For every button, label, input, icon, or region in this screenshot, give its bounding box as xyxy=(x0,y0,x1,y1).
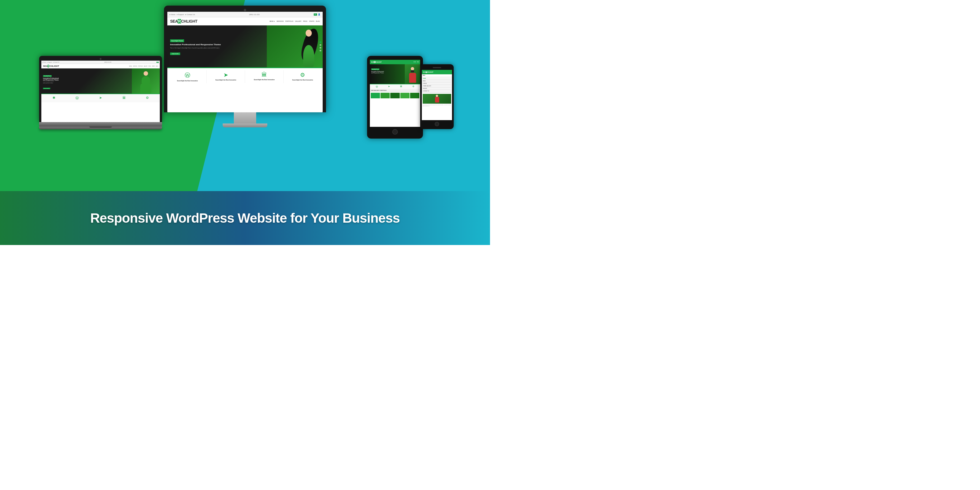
laptop-nav-portfolio[interactable]: PORTFOLIO xyxy=(138,66,143,67)
phone-menu-gallery[interactable]: THEME GALLERY xyxy=(423,85,451,88)
monitor-hero-desc: This is a Test Image for Searchlight The… xyxy=(170,47,320,49)
monitor-device: ▸ Home ▸ Support ▸ Contact Us (000) 111-… xyxy=(164,6,326,127)
nav-gallery[interactable]: GALLERY xyxy=(295,21,301,22)
monitor-webcam xyxy=(244,9,246,11)
phone-menu-home[interactable]: HOME xyxy=(423,77,451,80)
nav-price[interactable]: PRICE xyxy=(303,21,307,22)
monitor-features: Ⓦ Searchlight the Best Innovative ➤ Sear… xyxy=(167,67,323,85)
monitor-screen: ▸ Home ▸ Support ▸ Contact Us (000) 111-… xyxy=(167,12,323,112)
gallery-thumb-3 xyxy=(390,93,399,98)
laptop-nav-price[interactable]: PRICE xyxy=(148,66,151,67)
phone-outer: SEARCHLIGHT MENU HOME PAGE FORUM THEME G… xyxy=(420,64,454,129)
topbar-nav: ▸ Home ▸ Support ▸ Contact Us xyxy=(170,13,195,15)
tablet-icon-wp: Ⓦ xyxy=(371,85,383,88)
gallery-thumb-1 xyxy=(371,93,380,98)
laptop-bottom-bezel xyxy=(39,122,162,127)
phone-screen: SEARCHLIGHT MENU HOME PAGE FORUM THEME G… xyxy=(422,70,452,120)
laptop-feat-asterisk: ✱ xyxy=(43,96,65,100)
tablet-screen: SEARCHLIGHT HOME PAGE Searchlight Theme … xyxy=(370,60,420,127)
tablet-icons-row: Ⓦ ➤ 🏛 ⚙ xyxy=(370,84,420,89)
phone-home-button[interactable] xyxy=(435,122,439,126)
laptop-nav-blog[interactable]: BLOG xyxy=(156,66,158,67)
laptop-nav[interactable]: MENU▾ SERVICES PORTFOLIO GALLERY PRICE S… xyxy=(129,66,158,67)
phone-menu-contact[interactable]: CONTACT US xyxy=(423,90,451,92)
nav-portfolio[interactable]: PORTFOLIO xyxy=(285,21,293,22)
bottom-text-section: Responsive WordPress Website for Your Bu… xyxy=(0,191,490,245)
tablet-girl xyxy=(407,67,417,84)
tablet-hero-img xyxy=(405,64,420,84)
gallery-thumb-5 xyxy=(410,93,419,98)
monitor-hero: Searchlight Theme Innovative Professiona… xyxy=(167,25,323,67)
feature-gear: ⚙ Searchlight the Best Innovative xyxy=(284,70,322,83)
laptop-woman xyxy=(139,71,153,94)
feature-wp: Ⓦ Searchlight the Best Innovative xyxy=(169,70,207,83)
phone-menu-page[interactable]: PAGE xyxy=(423,80,451,83)
laptop-website-mockup: ▸ Home ▸ Support ▸ Contact Us (000) 111-… xyxy=(41,60,160,122)
laptop-nav-gallery[interactable]: GALLERY xyxy=(143,66,148,67)
laptop-hero-btn[interactable]: READ MORE ▸ xyxy=(43,88,50,89)
devices-container: ▸ Home ▸ Support ▸ Contact Us (000) 111-… xyxy=(0,0,490,191)
phone-menu-forum[interactable]: FORUM xyxy=(423,83,451,85)
tablet-gallery-title: OUR GALLERY / PORTFOLIO xyxy=(370,89,420,92)
tablet-gallery xyxy=(370,92,420,99)
monitor-website-mockup: ▸ Home ▸ Support ▸ Contact Us (000) 111-… xyxy=(167,12,323,112)
search-icon[interactable]: 🔍 xyxy=(314,13,317,16)
tablet-home-button[interactable] xyxy=(392,129,398,135)
monitor-hero-text: Searchlight Theme Innovative Professiona… xyxy=(167,35,323,58)
phone-menu-pricing[interactable]: PRICING xyxy=(423,88,451,90)
phone-brand: SEARCHLIGHT xyxy=(423,71,433,73)
nav-blog[interactable]: BLOG xyxy=(316,21,320,22)
monitor-stand-neck xyxy=(234,112,256,124)
laptop-feat-building: 🏛 xyxy=(113,96,135,100)
nav-staffs[interactable]: STAFFS xyxy=(309,21,314,22)
tablet-icon-building: 🏛 xyxy=(395,85,407,88)
laptop-hero: Searchlight Theme Innovative Professiona… xyxy=(41,68,160,94)
phone-content-text: Searchlight the best innovative professi… xyxy=(423,105,451,107)
laptop-nav-staffs[interactable]: STAFFS xyxy=(152,66,155,67)
monitor-hero-title: Innovative Professional and Responsive T… xyxy=(170,43,320,46)
laptop-screen: ▸ Home ▸ Support ▸ Contact Us (000) 111-… xyxy=(41,60,160,122)
laptop-logo: SEARCHLIGHT xyxy=(43,65,59,67)
nav-menu[interactable]: MENU ▾ xyxy=(270,21,275,22)
feature-send: ➤ Searchlight the Best Innovative xyxy=(207,70,245,83)
monitor-stand-base xyxy=(223,124,267,127)
laptop-hero-image xyxy=(132,68,160,94)
monitor-header: SEARCHLIGHT MENU ▾ SERVICES PORTFOLIO GA… xyxy=(167,18,323,25)
laptop-hero-text: Searchlight Theme Innovative Professiona… xyxy=(41,71,60,92)
laptop-hero-desc: This is a Test Image for SearchlightThem… xyxy=(43,81,59,84)
laptop-nav-menu[interactable]: MENU▾ xyxy=(129,66,132,67)
laptop-nav-services[interactable]: SERVICES xyxy=(133,66,137,67)
laptop-hero-title: Innovative Professionaland Responsive Th… xyxy=(43,77,59,81)
tablet-hero-text: Searchlight Theme Innovative Professiona… xyxy=(370,64,405,84)
user-icon[interactable]: 👤 xyxy=(318,13,320,16)
monitor-logo: SEARCHLIGHT xyxy=(170,19,197,24)
topbar-phone: (000) 111-222 xyxy=(249,14,260,15)
monitor-screen-outer: ▸ Home ▸ Support ▸ Contact Us (000) 111-… xyxy=(164,6,326,112)
gallery-thumb-2 xyxy=(380,93,390,98)
phone-device: SEARCHLIGHT MENU HOME PAGE FORUM THEME G… xyxy=(420,64,454,129)
laptop-webcam xyxy=(100,58,102,60)
laptop-feat-gear: ⚙ xyxy=(136,96,159,100)
nav-services[interactable]: SERVICES xyxy=(277,21,283,22)
tablet-icon-gear: ⚙ xyxy=(407,85,419,88)
phone-content: Searchlight the best innovative professi… xyxy=(422,93,452,107)
main-headline: Responsive WordPress Website for Your Bu… xyxy=(90,210,400,226)
laptop-screen-outer: ▸ Home ▸ Support ▸ Contact Us (000) 111-… xyxy=(39,56,162,122)
laptop-hero-badge: Searchlight Theme xyxy=(43,75,52,77)
gallery-thumb-4 xyxy=(400,93,410,98)
phone-topbar: SEARCHLIGHT xyxy=(422,70,452,74)
phone-woman-figure xyxy=(434,95,440,103)
phone-menu-header: MENU xyxy=(422,74,452,77)
feature-building: 🏛 Searchlight the Best Innovative xyxy=(245,70,283,83)
phone-content-image xyxy=(423,94,451,103)
phone-menu-list: HOME PAGE FORUM THEME GALLERY PRICING CO… xyxy=(422,77,452,93)
laptop-header: SEARCHLIGHT MENU▾ SERVICES PORTFOLIO GAL… xyxy=(41,64,160,68)
tablet-topbar: SEARCHLIGHT HOME PAGE xyxy=(370,60,420,64)
monitor-nav[interactable]: MENU ▾ SERVICES PORTFOLIO GALLERY PRICE … xyxy=(270,21,320,22)
phone-website: SEARCHLIGHT MENU HOME PAGE FORUM THEME G… xyxy=(422,70,452,120)
tablet-website: SEARCHLIGHT HOME PAGE Searchlight Theme … xyxy=(370,60,420,127)
laptop-device: ▸ Home ▸ Support ▸ Contact Us (000) 111-… xyxy=(39,56,162,129)
monitor-topbar: ▸ Home ▸ Support ▸ Contact Us (000) 111-… xyxy=(167,12,323,18)
monitor-hero-btn[interactable]: READ MORE xyxy=(170,52,180,55)
monitor-hero-badge: Searchlight Theme xyxy=(170,40,184,42)
